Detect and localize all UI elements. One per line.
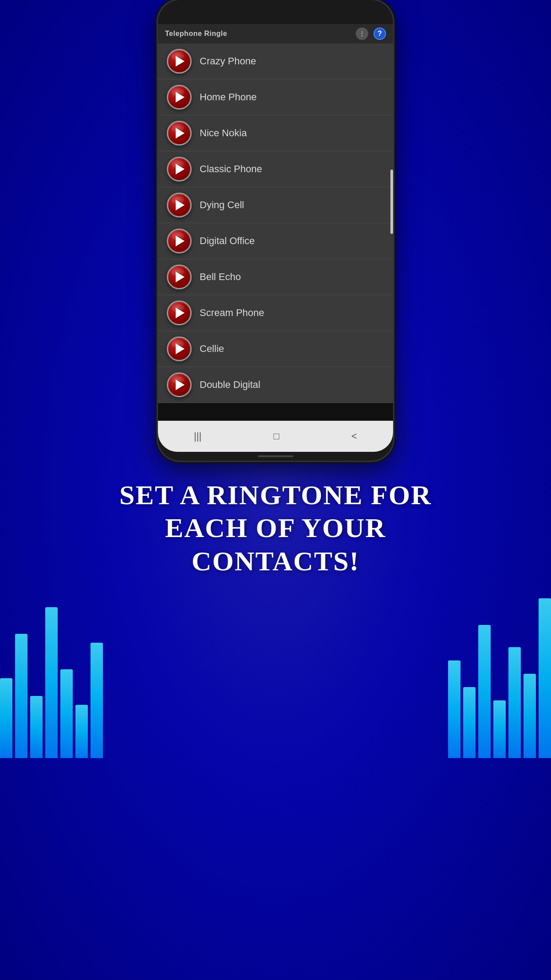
play-button-crazy-phone[interactable]: [167, 49, 192, 74]
ringtone-name: Digital Office: [200, 235, 255, 247]
eq-bars-left: [0, 607, 103, 758]
list-item[interactable]: Home Phone: [158, 79, 393, 115]
play-icon: [176, 272, 185, 282]
ringtone-name: Bell Echo: [200, 271, 241, 283]
nav-back-button[interactable]: <: [342, 427, 366, 446]
play-icon: [176, 200, 185, 210]
ringtone-name: Crazy Phone: [200, 55, 256, 67]
nav-home-button[interactable]: □: [264, 427, 288, 446]
bottom-promo-text: Set a ringtone for each of your contacts…: [84, 478, 467, 577]
list-item[interactable]: Crazy Phone: [158, 43, 393, 79]
nav-bar: ||| □ <: [158, 421, 393, 452]
screen-bottom-gap: [158, 403, 393, 421]
list-item[interactable]: Cellie: [158, 331, 393, 367]
phone-frame: Telephone Ringle ⋮ ? Crazy Phone Home Ph…: [158, 0, 393, 461]
ringtone-name: Home Phone: [200, 91, 256, 103]
play-icon: [176, 308, 185, 318]
ringtone-name: Scream Phone: [200, 307, 264, 319]
list-item[interactable]: Double Digital: [158, 367, 393, 403]
play-button-scream-phone[interactable]: [167, 300, 192, 325]
play-icon: [176, 344, 185, 354]
list-item[interactable]: Classic Phone: [158, 151, 393, 187]
phone-screen: Crazy Phone Home Phone Nice Nokia: [158, 43, 393, 403]
ringtone-name: Dying Cell: [200, 199, 244, 211]
menu-icon[interactable]: ⋮: [356, 28, 368, 40]
play-button-cellie[interactable]: [167, 336, 192, 361]
scrollbar-thumb: [390, 170, 393, 234]
list-item[interactable]: Scream Phone: [158, 295, 393, 331]
ringtone-name: Cellie: [200, 343, 224, 355]
chin-bar: [258, 455, 293, 457]
list-item[interactable]: Digital Office: [158, 223, 393, 259]
phone-notch: [249, 8, 302, 20]
ringtone-name: Double Digital: [200, 379, 260, 391]
info-icon[interactable]: ?: [374, 28, 386, 40]
play-button-double-digital[interactable]: [167, 372, 192, 397]
eq-bars-right: [448, 598, 551, 758]
app-header: Telephone Ringle ⋮ ?: [158, 24, 393, 43]
play-button-dying-cell[interactable]: [167, 193, 192, 217]
nav-menu-button[interactable]: |||: [185, 427, 210, 446]
play-button-bell-echo[interactable]: [167, 265, 192, 289]
header-icons: ⋮ ?: [356, 28, 386, 40]
promo-line-3: contacts!: [119, 545, 432, 577]
ringtone-name: Classic Phone: [200, 163, 262, 175]
play-button-home-phone[interactable]: [167, 85, 192, 110]
list-item[interactable]: Nice Nokia: [158, 115, 393, 151]
phone-notch-area: [158, 8, 393, 24]
list-item[interactable]: Bell Echo: [158, 259, 393, 295]
play-icon: [176, 128, 185, 138]
play-icon: [176, 236, 185, 246]
play-icon: [176, 164, 185, 174]
ringtone-name: Nice Nokia: [200, 127, 247, 139]
play-icon: [176, 379, 185, 390]
play-icon: [176, 56, 185, 67]
play-button-classic-phone[interactable]: [167, 157, 192, 182]
promo-line-1: Set a ringtone for: [119, 478, 432, 511]
phone-chin: [258, 452, 293, 461]
play-button-nice-nokia[interactable]: [167, 121, 192, 146]
scrollbar[interactable]: [390, 43, 393, 403]
play-icon: [176, 92, 185, 103]
play-button-digital-office[interactable]: [167, 229, 192, 253]
list-item[interactable]: Dying Cell: [158, 187, 393, 223]
app-title: Telephone Ringle: [165, 30, 227, 38]
promo-line-2: each of your: [119, 511, 432, 544]
ringtone-list: Crazy Phone Home Phone Nice Nokia: [158, 43, 393, 403]
